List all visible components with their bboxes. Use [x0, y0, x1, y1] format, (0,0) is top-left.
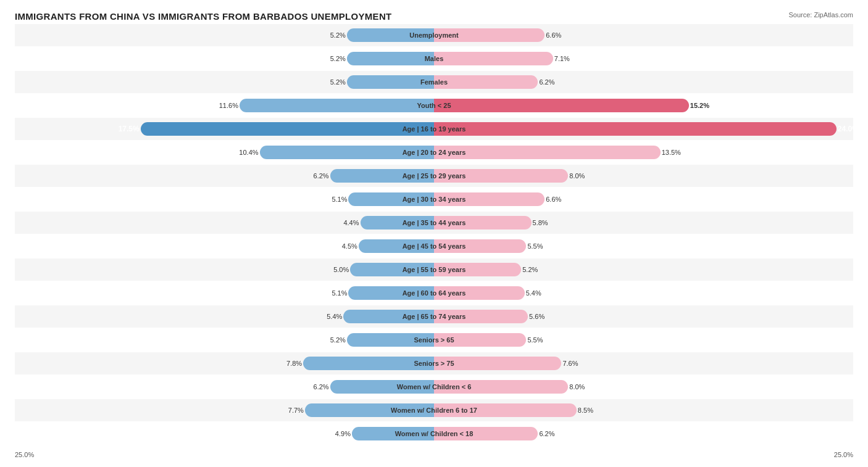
- chart-row: Women w/ Children < 66.2%8.0%: [15, 376, 853, 398]
- left-bar: [347, 28, 434, 42]
- right-bar: [434, 239, 526, 253]
- right-value: 6.6%: [546, 196, 561, 203]
- right-value: 7.6%: [562, 360, 578, 367]
- chart-row: Youth < 2511.6%15.2%: [15, 94, 853, 117]
- chart-row: Age | 30 to 34 years5.1%6.6%: [15, 188, 853, 210]
- left-bar: [347, 75, 434, 89]
- left-bar: [330, 380, 434, 394]
- right-bar: [434, 192, 545, 206]
- left-value: 10.4%: [239, 149, 258, 156]
- chart-row: Women w/ Children < 184.9%6.2%: [15, 423, 853, 445]
- chart-row: Women w/ Children 6 to 177.7%8.5%: [15, 399, 853, 421]
- left-bar: [141, 122, 434, 136]
- left-bar: [359, 239, 434, 253]
- chart-row: Unemployment5.2%6.6%: [15, 24, 853, 46]
- right-value: 15.2%: [690, 102, 709, 109]
- chart-row: Age | 60 to 64 years5.1%5.4%: [15, 282, 853, 304]
- left-bar: [350, 263, 434, 276]
- right-bar: [434, 427, 538, 440]
- chart-area: Unemployment5.2%6.6%Males5.2%7.1%Females…: [15, 24, 853, 445]
- right-bar: [434, 52, 553, 65]
- left-value: 6.2%: [314, 383, 329, 391]
- right-value: 24.0%: [838, 125, 859, 133]
- right-bar: [434, 310, 528, 323]
- chart-row: Age | 20 to 24 years10.4%13.5%: [15, 141, 853, 163]
- left-bar: [305, 403, 434, 417]
- left-bar: [343, 310, 434, 323]
- right-bar: [434, 122, 837, 136]
- axis-row: 25.0% 25.0%: [15, 447, 853, 462]
- left-value: 11.6%: [219, 102, 238, 109]
- right-bar: [434, 380, 568, 394]
- left-value: 4.9%: [335, 430, 351, 437]
- left-bar: [260, 146, 434, 159]
- left-bar: [352, 427, 434, 440]
- left-value: 5.2%: [330, 31, 346, 39]
- left-value: 4.4%: [343, 219, 359, 226]
- right-value: 7.1%: [554, 55, 570, 62]
- right-value: 6.6%: [546, 31, 561, 39]
- right-bar: [434, 28, 545, 42]
- right-value: 5.6%: [529, 313, 545, 320]
- right-value: 13.5%: [662, 149, 681, 156]
- left-value: 17.5%: [119, 125, 140, 133]
- right-value: 5.8%: [533, 219, 548, 226]
- source-label: Source: ZipAtlas.com: [788, 11, 853, 19]
- left-bar: [348, 286, 434, 300]
- left-value: 6.2%: [314, 172, 329, 180]
- left-bar: [330, 169, 434, 183]
- right-value: 8.0%: [569, 383, 585, 391]
- chart-row: Age | 35 to 44 years4.4%5.8%: [15, 212, 853, 234]
- left-value: 5.2%: [330, 78, 346, 86]
- left-value: 5.0%: [333, 266, 349, 273]
- right-value: 5.5%: [527, 242, 543, 250]
- chart-row: Seniors > 655.2%5.5%: [15, 329, 853, 351]
- chart-row: Age | 65 to 74 years5.4%5.6%: [15, 305, 853, 328]
- right-value: 6.2%: [539, 78, 554, 86]
- left-value: 5.2%: [330, 55, 346, 62]
- left-bar: [348, 192, 434, 206]
- right-bar: [434, 403, 577, 417]
- left-bar: [303, 357, 434, 370]
- right-value: 8.0%: [569, 172, 585, 180]
- chart-row: Males5.2%7.1%: [15, 48, 853, 70]
- chart-row: Age | 45 to 54 years4.5%5.5%: [15, 235, 853, 257]
- chart-row: Seniors > 757.8%7.6%: [15, 352, 853, 374]
- axis-labels: 25.0% 25.0%: [15, 451, 853, 458]
- left-bar: [347, 333, 434, 347]
- chart-row: Females5.2%6.2%: [15, 71, 853, 93]
- left-bar: [361, 216, 435, 229]
- right-bar: [434, 146, 661, 159]
- axis-right: 25.0%: [834, 451, 853, 458]
- left-value: 4.5%: [342, 242, 357, 250]
- chart-row: Age | 55 to 59 years5.0%5.2%: [15, 258, 853, 281]
- left-value: 7.7%: [288, 407, 304, 414]
- right-bar: [434, 99, 689, 112]
- right-bar: [434, 216, 532, 229]
- right-value: 5.5%: [527, 336, 543, 344]
- right-bar: [434, 286, 525, 300]
- right-value: 8.5%: [578, 407, 593, 414]
- axis-left: 25.0%: [15, 451, 34, 458]
- chart-row: Age | 25 to 29 years6.2%8.0%: [15, 165, 853, 187]
- left-value: 7.8%: [286, 360, 302, 367]
- right-bar: [434, 169, 568, 183]
- chart-container: IMMIGRANTS FROM CHINA VS IMMIGRANTS FROM…: [0, 0, 868, 467]
- chart-title: IMMIGRANTS FROM CHINA VS IMMIGRANTS FROM…: [15, 11, 392, 22]
- left-bar: [347, 52, 434, 65]
- right-value: 5.2%: [522, 266, 538, 273]
- left-value: 5.4%: [327, 313, 342, 320]
- left-value: 5.2%: [330, 336, 346, 344]
- left-value: 5.1%: [332, 289, 347, 297]
- right-bar: [434, 263, 521, 276]
- right-value: 5.4%: [526, 289, 541, 297]
- right-value: 6.2%: [539, 430, 554, 437]
- chart-row: Age | 16 to 19 years17.5%24.0%: [15, 118, 853, 140]
- right-bar: [434, 333, 526, 347]
- right-bar: [434, 357, 561, 370]
- left-value: 5.1%: [332, 196, 347, 203]
- left-bar: [240, 99, 434, 112]
- right-bar: [434, 75, 538, 89]
